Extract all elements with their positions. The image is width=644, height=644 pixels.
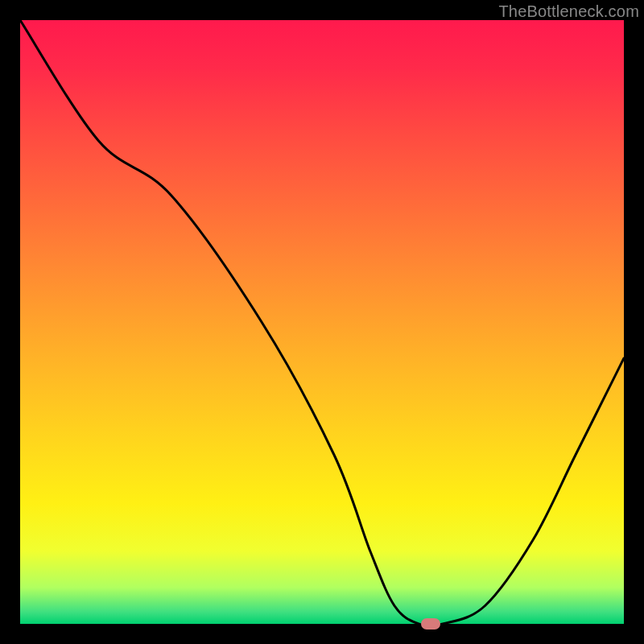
plot-area [20, 20, 624, 624]
optimal-marker [421, 618, 440, 630]
chart-frame: TheBottleneck.com [0, 0, 644, 644]
watermark-label: TheBottleneck.com [498, 2, 639, 21]
bottleneck-curve [20, 20, 624, 624]
